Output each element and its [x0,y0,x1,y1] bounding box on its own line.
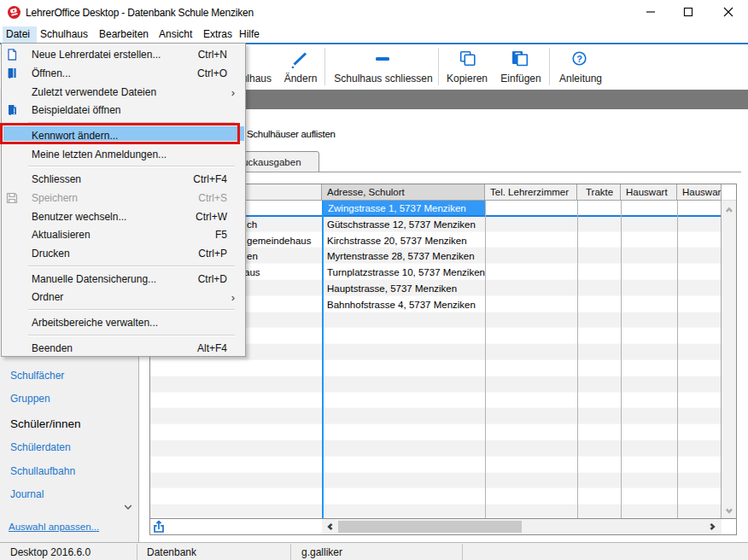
svg-text:?: ? [576,54,582,64]
